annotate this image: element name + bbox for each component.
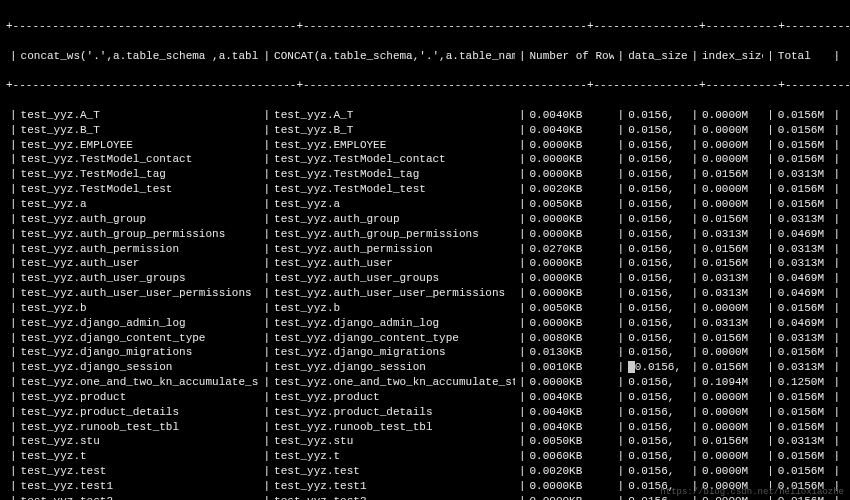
cell: test_yyz.test1 [274,479,515,494]
pipe: | [829,256,844,271]
cell: test_yyz.test [274,464,515,479]
cell: 0.0270KB [529,242,613,257]
cell: test_yyz.TestModel_tag [21,167,260,182]
pipe: | [259,123,274,138]
cell: 0.0313M [778,256,830,271]
pipe: | [6,316,21,331]
cell: 0.0156M [778,182,830,197]
pipe: | [515,182,530,197]
pipe: | [259,138,274,153]
table-row: |test_yyz.auth_user_groups|test_yyz.auth… [6,271,844,286]
pipe: | [515,375,530,390]
pipe: | [687,138,702,153]
pipe: | [515,479,530,494]
pipe: | [259,479,274,494]
pipe: | [763,464,778,479]
table-border-top: +---------------------------------------… [6,19,844,34]
pipe: | [614,256,629,271]
col-header-0: concat_ws('.',a.table_schema ,a.table_na… [21,49,260,64]
cell: 0.0156, [628,405,687,420]
pipe: | [614,494,629,500]
pipe: | [614,182,629,197]
pipe: | [259,449,274,464]
pipe: | [829,464,844,479]
table-row: |test_yyz.django_session|test_yyz.django… [6,360,844,375]
pipe: | [515,345,530,360]
col-header-4: index_size [702,49,763,64]
pipe: | [687,256,702,271]
cell: test_yyz.test2 [274,494,515,500]
pipe: | [614,271,629,286]
pipe: | [515,286,530,301]
pipe: | [614,242,629,257]
col-header-3: data_size [628,49,687,64]
pipe: | [515,494,530,500]
pipe: | [687,360,702,375]
pipe: | [829,375,844,390]
cell: test_yyz.auth_permission [274,242,515,257]
pipe: | [829,390,844,405]
pipe: | [763,242,778,257]
cell: 0.0156, [628,182,687,197]
cell: 0.0156M [778,405,830,420]
cell: test_yyz.TestModel_contact [21,152,260,167]
table-row: |test_yyz.django_content_type|test_yyz.d… [6,331,844,346]
pipe: | [515,152,530,167]
cell: 0.0060KB [529,449,613,464]
pipe: | [515,316,530,331]
pipe: | [829,49,844,64]
pipe: | [614,479,629,494]
cell: test_yyz.TestModel_tag [274,167,515,182]
cell: test_yyz.auth_group_permissions [21,227,260,242]
pipe: | [614,449,629,464]
cell: 0.0020KB [529,182,613,197]
cell: test_yyz.stu [274,434,515,449]
pipe: | [763,286,778,301]
pipe: | [6,420,21,435]
cell: 0.0050KB [529,197,613,212]
pipe: | [6,331,21,346]
cell: test_yyz.runoob_test_tbl [274,420,515,435]
cell: 0.0000M [702,197,763,212]
pipe: | [614,345,629,360]
cell: 0.0156M [778,152,830,167]
pipe: | [259,420,274,435]
cell: 0.0156, [628,152,687,167]
pipe: | [259,242,274,257]
pipe: | [259,375,274,390]
cell: 0.0156, [628,360,687,375]
cell: test_yyz.b [21,301,260,316]
pipe: | [687,390,702,405]
pipe: | [614,375,629,390]
pipe: | [614,420,629,435]
table-row: |test_yyz.auth_group|test_yyz.auth_group… [6,212,844,227]
cell: test_yyz.TestModel_test [21,182,260,197]
pipe: | [6,479,21,494]
pipe: | [763,345,778,360]
table-row: |test_yyz.TestModel_test|test_yyz.TestMo… [6,182,844,197]
table-row: |test_yyz.product_details|test_yyz.produ… [6,405,844,420]
pipe: | [6,123,21,138]
cell: test_yyz.B_T [21,123,260,138]
pipe: | [6,360,21,375]
table-row: |test_yyz.A_T|test_yyz.A_T|0.0040KB|0.01… [6,108,844,123]
pipe: | [259,345,274,360]
cell: 0.0156M [702,242,763,257]
cell: 0.0156M [778,345,830,360]
pipe: | [515,49,530,64]
pipe: | [515,449,530,464]
cell: 0.0000KB [529,256,613,271]
cell: test_yyz.django_migrations [274,345,515,360]
pipe: | [515,212,530,227]
cell: test_yyz.product_details [274,405,515,420]
pipe: | [763,256,778,271]
pipe: | [515,271,530,286]
cell: 0.0000M [702,464,763,479]
cell: test_yyz.t [21,449,260,464]
col-header-2: Number of Rows [529,49,613,64]
pipe: | [6,390,21,405]
pipe: | [687,227,702,242]
pipe: | [763,271,778,286]
cell: test_yyz.stu [21,434,260,449]
table-row: |test_yyz.django_admin_log|test_yyz.djan… [6,316,844,331]
